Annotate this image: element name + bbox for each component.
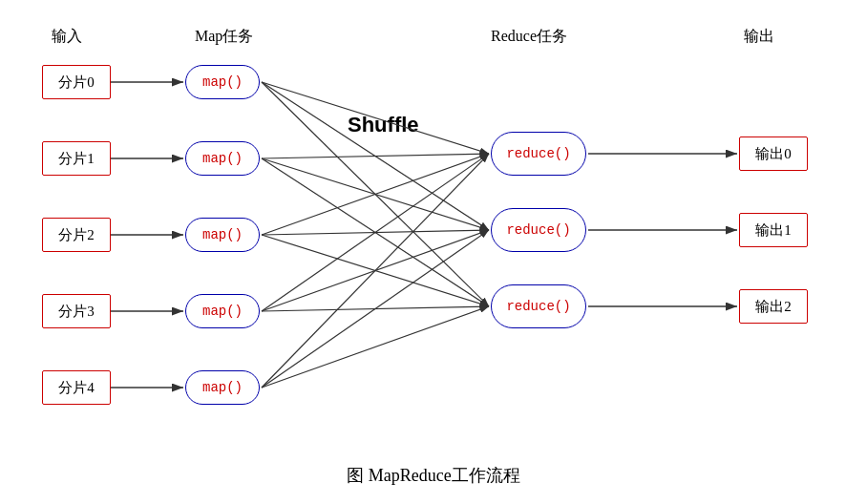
svg-line-9: [262, 154, 489, 158]
arrows-svg: [23, 17, 844, 456]
svg-line-12: [262, 154, 489, 235]
map-box-0: map(): [185, 65, 260, 99]
svg-line-13: [262, 230, 489, 235]
output-box-0: 输出0: [739, 136, 808, 171]
caption: 图 MapReduce工作流程: [347, 464, 519, 487]
header-reduce: Reduce任务: [491, 27, 567, 47]
svg-line-18: [262, 154, 489, 388]
map-box-4: map(): [185, 370, 260, 405]
header-output: 输出: [744, 27, 774, 47]
svg-line-19: [262, 230, 489, 388]
input-box-4: 分片4: [42, 370, 111, 405]
svg-line-20: [262, 306, 489, 388]
input-box-1: 分片1: [42, 141, 111, 176]
reduce-box-1: reduce(): [491, 208, 586, 252]
svg-line-14: [262, 235, 489, 306]
map-box-2: map(): [185, 218, 260, 252]
svg-line-15: [262, 154, 489, 311]
header-input: 输入: [52, 27, 82, 47]
svg-line-7: [262, 82, 489, 230]
map-box-3: map(): [185, 294, 260, 328]
diagram: 输入 Map任务 Reduce任务 输出 分片0 分片1 分片2 分片3 分片4…: [23, 17, 844, 456]
reduce-box-0: reduce(): [491, 132, 586, 176]
svg-line-17: [262, 306, 489, 311]
input-box-0: 分片0: [42, 65, 111, 99]
input-box-3: 分片3: [42, 294, 111, 328]
svg-line-16: [262, 230, 489, 311]
output-box-2: 输出2: [739, 289, 808, 324]
output-box-1: 输出1: [739, 213, 808, 247]
map-box-1: map(): [185, 141, 260, 176]
reduce-box-2: reduce(): [491, 284, 586, 328]
shuffle-label: Shuffle: [348, 113, 419, 137]
svg-line-11: [262, 158, 489, 306]
svg-line-10: [262, 158, 489, 230]
header-map: Map任务: [195, 27, 253, 47]
input-box-2: 分片2: [42, 218, 111, 252]
